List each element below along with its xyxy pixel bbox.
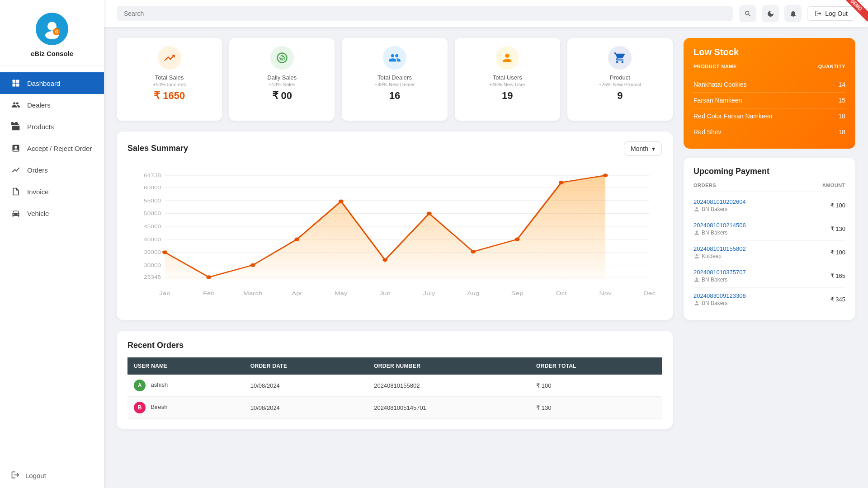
order-number: 20240810051457​01 bbox=[368, 397, 530, 419]
total-sales-label: Total Sales bbox=[155, 74, 184, 81]
month-select-label: Month bbox=[631, 145, 648, 152]
order-number: 20240810155802 bbox=[368, 375, 530, 397]
total-dealers-label: Total Dealers bbox=[377, 74, 412, 81]
svg-text:35000: 35000 bbox=[144, 249, 161, 255]
avatar: A bbox=[134, 380, 146, 391]
sidebar-footer: Logout bbox=[0, 463, 104, 488]
up-amount: ₹ 100 bbox=[830, 249, 845, 256]
logout-sidebar-label: Logout bbox=[25, 472, 46, 479]
up-order-id[interactable]: 2024081010155802 bbox=[693, 245, 746, 252]
svg-text:⚙: ⚙ bbox=[55, 29, 59, 34]
low-stock-title: Low Stock bbox=[693, 47, 845, 57]
list-item: 2024081010375707 BN Bakers ₹ 165 bbox=[693, 264, 845, 288]
list-item: Farsan Namkeen15 bbox=[693, 93, 845, 108]
svg-text:50000: 50000 bbox=[144, 211, 161, 216]
product-label: Product bbox=[610, 74, 630, 81]
svg-point-51 bbox=[603, 174, 608, 177]
total-users-icon bbox=[495, 46, 519, 70]
svg-text:Jun: Jun bbox=[380, 291, 391, 296]
daily-sales-icon: % bbox=[270, 46, 294, 70]
logout-sidebar-button[interactable]: Logout bbox=[11, 470, 93, 481]
upcoming-payment-card: Upcoming Payment ORDERS AMOUNT 202408101… bbox=[684, 158, 855, 320]
sidebar-item-vehicle-label: Vehicle bbox=[27, 210, 49, 217]
svg-text:Feb: Feb bbox=[203, 291, 215, 296]
up-order-info: 2024081010155802 Kuldeep bbox=[693, 245, 746, 259]
dark-mode-button[interactable] bbox=[762, 5, 779, 22]
main-content: Log Out Total Sales +50% Incomes ₹ 1650 … bbox=[104, 0, 868, 488]
table-row: A ashish 10/08/2024 20240810155802 ₹ 100 bbox=[127, 375, 662, 397]
stat-card-product: Product +25% New Product 9 bbox=[567, 38, 673, 121]
up-order-id[interactable]: 2024081010375707 bbox=[693, 269, 746, 276]
svg-point-42 bbox=[206, 275, 211, 279]
order-date: 10/08/2024 bbox=[244, 397, 368, 419]
topbar-actions: Log Out bbox=[739, 5, 855, 22]
invoice-icon bbox=[11, 187, 21, 197]
stat-card-daily-sales: % Daily Sales +13% Sales ₹ 00 bbox=[229, 38, 335, 121]
ls-item-qty: 15 bbox=[838, 97, 845, 104]
total-sales-value: ₹ 1650 bbox=[154, 90, 185, 102]
vehicle-icon bbox=[11, 208, 21, 218]
up-amount: ₹ 100 bbox=[830, 202, 845, 209]
table-row: B Biresh 10/08/2024 20240810051457​01 ₹ … bbox=[127, 397, 662, 419]
up-user: Kuldeep bbox=[693, 253, 746, 259]
svg-rect-8 bbox=[12, 126, 20, 130]
col-order-total: ORDER TOTAL bbox=[530, 357, 662, 375]
dealers-icon bbox=[11, 100, 21, 110]
accept-reject-icon bbox=[11, 143, 21, 153]
svg-text:May: May bbox=[335, 291, 348, 296]
logout-button[interactable]: Log Out bbox=[807, 6, 855, 21]
sidebar-item-dealers[interactable]: Dealers bbox=[0, 94, 104, 116]
sidebar-logo: ⚙ eBiz Console bbox=[0, 0, 104, 66]
order-date: 10/08/2024 bbox=[244, 375, 368, 397]
svg-point-50 bbox=[559, 180, 564, 184]
svg-point-46 bbox=[382, 258, 387, 262]
sidebar-item-orders[interactable]: Orders bbox=[0, 159, 104, 181]
stats-row: Total Sales +50% Incomes ₹ 1650 % Daily … bbox=[117, 38, 673, 121]
sidebar-item-vehicle[interactable]: Vehicle bbox=[0, 202, 104, 224]
up-user: BN Bakers bbox=[693, 300, 746, 306]
ls-col-name: PRODUCT NAME bbox=[693, 64, 737, 69]
sidebar-item-accept-reject[interactable]: Accept / Reject Order bbox=[0, 137, 104, 159]
stat-card-total-users: Total Users +48% New User 19 bbox=[455, 38, 560, 121]
list-item: 2024083009123308 BN Bakers ₹ 345 bbox=[693, 288, 845, 311]
up-order-id[interactable]: 2024083009123308 bbox=[693, 292, 746, 299]
svg-point-47 bbox=[427, 211, 432, 215]
total-users-label: Total Users bbox=[493, 74, 522, 81]
svg-text:45000: 45000 bbox=[144, 224, 161, 229]
up-user: BN Bakers bbox=[693, 277, 746, 283]
list-item: 2024081010202604 BN Bakers ₹ 100 bbox=[693, 194, 845, 217]
svg-text:30000: 30000 bbox=[144, 263, 161, 268]
orders-icon bbox=[11, 165, 21, 175]
chart-area: 6473860000550005000045000400003500030000… bbox=[127, 163, 662, 299]
month-select[interactable]: Month ▾ bbox=[624, 141, 662, 156]
upcoming-payment-rows: 2024081010202604 BN Bakers ₹ 100 2024081… bbox=[693, 194, 845, 311]
svg-text:Jan: Jan bbox=[159, 291, 170, 296]
search-input[interactable] bbox=[117, 6, 733, 21]
up-amount: ₹ 130 bbox=[830, 225, 845, 232]
col-order-number: ORDER NUMBER bbox=[368, 357, 530, 375]
product-value: 9 bbox=[617, 90, 623, 102]
ls-item-name: Red Color Farsan Namkeen bbox=[693, 113, 772, 120]
sales-summary-card: Sales Summary Month ▾ 647386000055000500… bbox=[117, 131, 673, 320]
daily-sales-sub: +13% Sales bbox=[269, 82, 295, 87]
sidebar-item-dashboard[interactable]: Dashboard bbox=[0, 72, 104, 94]
product-sub: +25% New Product bbox=[599, 82, 641, 87]
upcoming-payment-header: ORDERS AMOUNT bbox=[693, 183, 845, 192]
up-order-id[interactable]: 2024081010202604 bbox=[693, 198, 746, 205]
sidebar-item-products[interactable]: Products bbox=[0, 116, 104, 137]
search-button[interactable] bbox=[739, 5, 756, 22]
svg-text:Nov: Nov bbox=[599, 291, 612, 296]
sidebar-item-invoice[interactable]: Invoice bbox=[0, 181, 104, 202]
total-users-value: 19 bbox=[502, 90, 513, 102]
sidebar: ⚙ eBiz Console Dashboard Dealers Product… bbox=[0, 0, 104, 488]
logout-sidebar-icon bbox=[11, 470, 20, 481]
notification-button[interactable] bbox=[784, 5, 802, 22]
up-order-id[interactable]: 2024081010214506 bbox=[693, 222, 746, 229]
svg-text:40000: 40000 bbox=[144, 237, 161, 242]
svg-text:Aug: Aug bbox=[467, 291, 479, 296]
recent-orders-table: USER NAME ORDER DATE ORDER NUMBER ORDER … bbox=[127, 357, 662, 419]
total-dealers-sub: +48% New Dealer bbox=[375, 82, 415, 87]
up-user: BN Bakers bbox=[693, 230, 746, 236]
list-item: Red Shev18 bbox=[693, 124, 845, 140]
svg-text:Dec: Dec bbox=[643, 291, 656, 296]
